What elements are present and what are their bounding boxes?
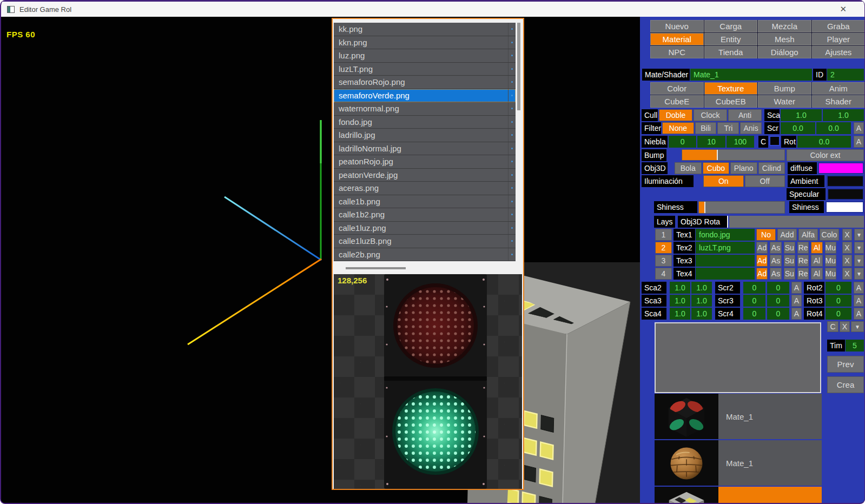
nav-ajustes[interactable]: Ajustes xyxy=(812,46,865,58)
option-anti[interactable]: Anti xyxy=(728,109,762,121)
nav-nuevo[interactable]: Nuevo xyxy=(650,20,704,32)
title-bar[interactable]: Editor Game Rol ✕ xyxy=(1,0,864,17)
tab-shader[interactable]: Shader xyxy=(812,95,865,108)
mode-re[interactable]: Re xyxy=(797,268,809,280)
file-row[interactable]: calle2b.png xyxy=(334,248,516,262)
shiness-slider[interactable] xyxy=(698,201,785,214)
option-cilind[interactable]: Cilind xyxy=(758,162,785,174)
file-row[interactable]: fondo.jpg xyxy=(334,116,516,129)
color-ext-button[interactable]: Color ext xyxy=(787,149,864,161)
mode-re[interactable]: Re xyxy=(797,255,809,267)
scrollbar-thumb[interactable] xyxy=(517,23,520,110)
scr-auto-button[interactable]: A xyxy=(791,308,802,320)
option-on[interactable]: On xyxy=(703,175,744,187)
mode-as[interactable]: As xyxy=(770,255,781,267)
bump-slider[interactable] xyxy=(682,149,785,161)
value-field[interactable]: 0.0 xyxy=(816,122,851,134)
file-row[interactable]: semaforoVerde.png xyxy=(334,89,516,103)
rot-field[interactable]: 0.0 xyxy=(797,136,851,148)
rot-auto-button[interactable]: A xyxy=(854,282,864,294)
material-row[interactable]: Mate_1 xyxy=(655,394,822,439)
mode-alfa[interactable]: Alfa xyxy=(798,229,818,241)
diffuse-color-swatch[interactable] xyxy=(818,162,864,174)
nav-entity[interactable]: Entity xyxy=(704,33,758,45)
option-anis[interactable]: Anis xyxy=(740,122,762,134)
tex-remove-button[interactable]: X xyxy=(842,229,852,241)
tex-dropdown-button[interactable]: ▼ xyxy=(854,268,864,280)
tex-file-field[interactable]: fondo.jpg xyxy=(696,229,755,241)
mode-mu[interactable]: Mu xyxy=(825,255,836,267)
nav-graba[interactable]: Graba xyxy=(812,20,865,32)
sca-y-field[interactable]: 1.0 xyxy=(691,295,712,307)
material-name-field[interactable]: Mate_1 xyxy=(690,69,812,81)
scr-x-field[interactable]: 0 xyxy=(743,308,765,320)
tab-cubeeb[interactable]: CubeEB xyxy=(704,95,758,108)
sca-y-field[interactable]: 1.0 xyxy=(691,308,712,320)
value-field[interactable]: 0 xyxy=(669,136,696,148)
file-row[interactable]: kkn.png xyxy=(334,36,516,50)
3d-viewport[interactable]: FPS 60 xyxy=(1,17,640,503)
option-cubo[interactable]: Cubo xyxy=(703,162,730,174)
file-row[interactable]: calle1luzB.png xyxy=(334,235,516,248)
nav-npc[interactable]: NPC xyxy=(650,46,704,58)
value-field[interactable]: 100 xyxy=(727,136,754,148)
mode-ad[interactable]: Ad xyxy=(756,255,768,267)
tex-dropdown-button[interactable]: ▼ xyxy=(854,255,864,267)
file-row[interactable]: kk.png xyxy=(334,23,516,36)
nav-tienda[interactable]: Tienda xyxy=(704,46,758,58)
rot-field[interactable]: 0 xyxy=(826,295,851,307)
dropdown-button[interactable]: ▼ xyxy=(851,321,864,332)
x-button[interactable]: X xyxy=(840,321,850,332)
tex-dropdown-button[interactable]: ▼ xyxy=(854,242,864,254)
value-field[interactable]: 1.0 xyxy=(781,109,822,121)
option-off[interactable]: Off xyxy=(745,175,785,187)
material-row[interactable]: Mate_1 xyxy=(655,487,822,504)
sca-x-field[interactable]: 1.0 xyxy=(670,282,690,294)
file-row[interactable]: calle1b.png xyxy=(334,195,516,209)
mode-su[interactable]: Su xyxy=(784,268,795,280)
tab-bump[interactable]: Bump xyxy=(758,82,811,95)
texture-file-list[interactable]: kk.pngkkn.pngluz.pngluzLT.pngsemaforoRoj… xyxy=(334,23,516,261)
option-bili[interactable]: Bili xyxy=(695,122,717,134)
nav-carga[interactable]: Carga xyxy=(704,20,758,32)
layer-num-button[interactable]: 1 xyxy=(655,229,672,241)
id-field[interactable]: 2 xyxy=(827,69,864,81)
file-row[interactable]: calle1luz.png xyxy=(334,222,516,235)
mode-mu[interactable]: Mu xyxy=(825,242,836,254)
lays-bar[interactable] xyxy=(729,216,864,228)
rot-auto-button[interactable]: A xyxy=(854,295,864,307)
tex-file-field[interactable]: luzLT.png xyxy=(696,242,755,254)
tex-dropdown-button[interactable]: ▼ xyxy=(854,229,864,241)
sca-x-field[interactable]: 1.0 xyxy=(670,308,690,320)
c-button[interactable]: C xyxy=(827,321,838,332)
file-list-scrollbar[interactable] xyxy=(516,23,521,261)
layer-num-button[interactable]: 2 xyxy=(655,242,672,254)
nav-diálogo[interactable]: Diálogo xyxy=(758,46,811,58)
rot-auto-button[interactable]: A xyxy=(854,308,864,320)
nav-material[interactable]: Material xyxy=(650,33,704,45)
ambient-color-swatch[interactable] xyxy=(827,175,864,187)
option-tri[interactable]: Tri xyxy=(717,122,739,134)
mode-re[interactable]: Re xyxy=(797,242,809,254)
layer-num-button[interactable]: 4 xyxy=(655,268,672,280)
mode-su[interactable]: Su xyxy=(784,242,795,254)
scr-x-field[interactable]: 0 xyxy=(743,295,765,307)
prev-button[interactable]: Prev xyxy=(827,356,864,373)
tex-remove-button[interactable]: X xyxy=(842,268,852,280)
horizontal-scrollbar-thumb[interactable] xyxy=(346,267,406,269)
scr-auto-button[interactable]: A xyxy=(854,122,864,134)
file-row[interactable]: ladrillo.jpg xyxy=(334,129,516,142)
scr-y-field[interactable]: 0 xyxy=(767,308,789,320)
mode-su[interactable]: Su xyxy=(784,255,795,267)
tab-anim[interactable]: Anim xyxy=(812,82,865,95)
option-none[interactable]: None xyxy=(662,122,694,134)
nav-player[interactable]: Player xyxy=(812,33,865,45)
close-button[interactable]: ✕ xyxy=(840,4,847,14)
mode-as[interactable]: As xyxy=(770,242,781,254)
file-row[interactable]: peatonRojo.jpg xyxy=(334,155,516,169)
specular-color-swatch[interactable] xyxy=(827,188,864,200)
tex-file-field[interactable] xyxy=(696,255,755,267)
tim-field[interactable]: 5 xyxy=(846,340,864,352)
shiness-color-swatch[interactable] xyxy=(826,201,864,213)
value-field[interactable]: 10 xyxy=(697,136,725,148)
